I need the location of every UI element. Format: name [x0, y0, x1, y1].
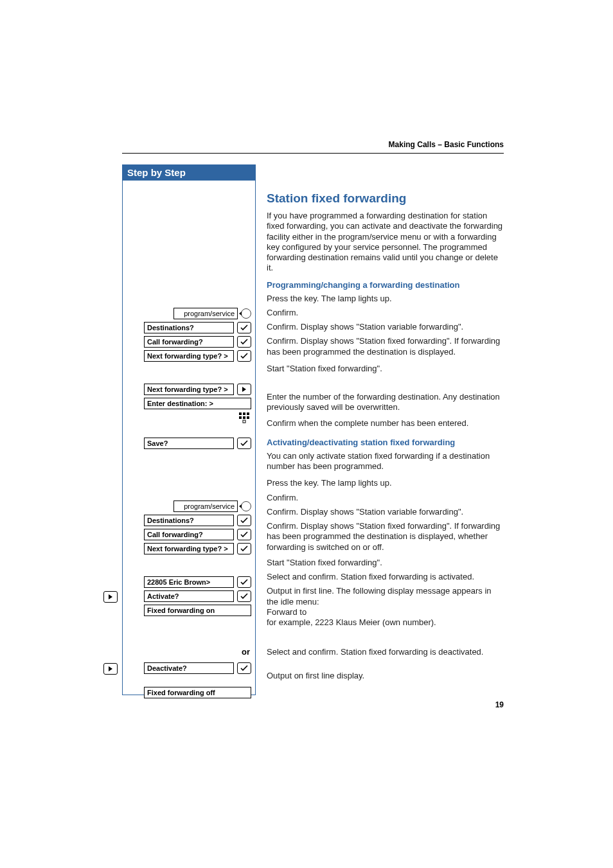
right-arrow-icon [237, 384, 251, 395]
label-program-service: program/service [173, 500, 238, 512]
step-activate: Activate? [123, 590, 255, 602]
svg-rect-1 [243, 412, 245, 415]
subsection-2-heading: Activating/deactivating station fixed fo… [267, 438, 504, 447]
label-save: Save? [144, 438, 234, 449]
label-deactivate: Deactivate? [144, 662, 234, 674]
check-icon [237, 515, 251, 526]
right-arrow-icon [103, 591, 118, 603]
step-fixed-on: Fixed forwarding on [123, 605, 255, 616]
check-icon [237, 336, 251, 348]
label-next-forwarding-type: Next forwarding type? > [144, 543, 234, 554]
text-select-confirm-activated: Select and confirm. Station fixed forwar… [267, 572, 504, 582]
check-icon [237, 350, 251, 362]
text-press-key-1: Press the key. The lamp lights up. [267, 294, 504, 304]
svg-rect-2 [247, 412, 249, 415]
text-enter-number: Enter the number of the forwarding desti… [267, 392, 504, 413]
label-destinations: Destinations? [144, 322, 234, 333]
label-enter-destination: Enter destination: > [144, 398, 251, 409]
step-by-step-sidebar: Step by Step program/service Destination… [122, 164, 256, 695]
keypad-icon [238, 412, 251, 425]
lamp-icon [241, 308, 251, 319]
label-call-forwarding: Call forwarding? [144, 529, 234, 540]
label-eric-brown: 22805 Eric Brown> [144, 576, 234, 588]
check-icon [237, 590, 251, 602]
step-program-service-1: program/service [123, 308, 255, 319]
right-arrow-icon [103, 663, 118, 675]
label-activate: Activate? [144, 590, 234, 602]
text-confirm-2: Confirm. [267, 493, 504, 503]
svg-rect-6 [243, 420, 245, 423]
text-press-key-2: Press the key. The lamp lights up. [267, 478, 504, 488]
step-keypad [123, 412, 255, 425]
step-next-forwarding-type-check: Next forwarding type? > [123, 350, 255, 362]
text-confirm-fixed-played: Confirm. Display shows "Station fixed fo… [267, 336, 504, 357]
step-next-forwarding-type-arrow: Next forwarding type? > [123, 384, 255, 395]
page: Making Calls – Basic Functions Step by S… [0, 0, 613, 868]
label-program-service: program/service [173, 308, 238, 319]
step-enter-destination: Enter destination: > [123, 398, 255, 409]
text-output-first-line: Output on first line display. [267, 671, 504, 681]
svg-rect-5 [247, 416, 249, 419]
content-column: Station fixed forwarding If you have pro… [267, 191, 504, 685]
subsection-1-heading: Programming/changing a forwarding destin… [267, 280, 504, 290]
check-icon [237, 322, 251, 333]
text-confirm-saved: Confirm when the complete number has bee… [267, 418, 504, 429]
step-eric-brown: 22805 Eric Brown> [123, 576, 255, 588]
label-fixed-off: Fixed forwarding off [144, 687, 251, 698]
label-fixed-on: Fixed forwarding on [144, 605, 251, 616]
sidebar-title: Step by Step [122, 164, 256, 181]
subsection-2-intro: You can only activate station fixed forw… [267, 451, 504, 472]
svg-rect-4 [243, 416, 245, 419]
text-confirm-variable-2: Confirm. Display shows "Station variable… [267, 507, 504, 517]
text-select-confirm-deactivated: Select and confirm. Station fixed forwar… [267, 647, 504, 657]
check-icon [237, 662, 251, 674]
svg-rect-3 [239, 416, 242, 419]
step-save: Save? [123, 438, 255, 449]
step-fixed-off: Fixed forwarding off [123, 687, 255, 698]
text-confirm-variable-1: Confirm. Display shows "Station variable… [267, 322, 504, 332]
step-next-forwarding-type-2: Next forwarding type? > [123, 543, 255, 554]
check-icon [237, 576, 251, 588]
check-icon [237, 438, 251, 449]
label-next-forwarding-type: Next forwarding type? > [144, 384, 234, 395]
lamp-icon [241, 501, 251, 511]
step-call-forwarding-1: Call forwarding? [123, 336, 255, 348]
step-destinations-1: Destinations? [123, 322, 255, 333]
text-output-first-line-msg: Output in first line. The following disp… [267, 586, 504, 628]
running-header: Making Calls – Basic Functions [389, 140, 504, 149]
step-call-forwarding-2: Call forwarding? [123, 529, 255, 540]
text-confirm-fixed-onoff: Confirm. Display shows "Station fixed fo… [267, 521, 504, 553]
horizontal-rule [122, 153, 504, 154]
sidebar-body: program/service Destinations? Call forwa… [122, 181, 256, 695]
step-destinations-2: Destinations? [123, 515, 255, 526]
text-start-fixed-1: Start "Station fixed forwarding". [267, 364, 504, 374]
label-next-forwarding-type: Next forwarding type? > [144, 350, 234, 362]
label-call-forwarding: Call forwarding? [144, 336, 234, 348]
page-number: 19 [495, 700, 504, 709]
text-start-fixed-2: Start "Station fixed forwarding". [267, 558, 504, 568]
text-confirm-1: Confirm. [267, 308, 504, 318]
or-label: or [242, 647, 250, 657]
svg-rect-0 [239, 412, 242, 415]
section-intro: If you have programmed a forwarding dest… [267, 211, 504, 274]
step-program-service-2: program/service [123, 500, 255, 512]
check-icon [237, 543, 251, 554]
step-deactivate: Deactivate? [123, 662, 255, 674]
section-heading: Station fixed forwarding [267, 191, 504, 206]
label-destinations: Destinations? [144, 515, 234, 526]
check-icon [237, 529, 251, 540]
